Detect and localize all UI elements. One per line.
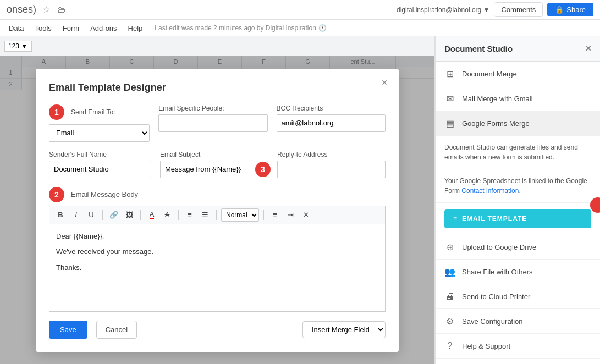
indent-button[interactable]: ⇥ [284,208,297,222]
upload-icon: ⊕ [444,241,455,252]
contact-info-link[interactable]: Contact information. [461,187,520,195]
link-button[interactable]: 🔗 [107,208,120,222]
panel-menu-label-1: Mail Merge with Gmail [462,95,533,103]
share-button[interactable]: 🔒 Share [547,3,593,16]
panel-desc-2: Your Google Spreadsheet is linked to the… [436,169,600,203]
strikethrough-button[interactable]: A [161,208,174,222]
form-row-2: Sender's Full Name Document Studio Email… [49,151,386,178]
body-label-row: 2 Email Message Body [49,187,386,202]
clock-icon: 🕐 [318,24,327,32]
body-line-1: Dear {{Name}}, [56,231,378,242]
body-line-3: Thanks. [56,262,378,274]
gear-icon: ⚙ [444,316,455,327]
email-template-modal: × Email Template Designer 1 Send Email T… [36,69,399,352]
panel-title: Document Studio [444,44,513,53]
save-button[interactable]: Save [49,321,87,339]
sheet-left: 123 ▼ A B C D E F G ent Stu... 1 [0,36,435,364]
menu-tools[interactable]: Tools [30,22,56,35]
image-button[interactable]: 🖼 [123,208,136,222]
send-email-to-select[interactable]: Email CC BCC Custom [49,124,150,142]
form-icon: ▤ [444,118,455,129]
email-subject-group: Email Subject Message from {{Name}} 3 [160,151,268,178]
bcc-input[interactable]: amit@labnol.org [277,114,386,132]
align-left-button[interactable]: ≡ [268,208,282,222]
panel-close-button[interactable]: × [585,43,591,54]
folder-icon[interactable]: 🗁 [56,4,67,15]
email-lines-icon: ≡ [453,215,458,223]
reply-to-group: Reply-to Address [277,151,386,178]
panel-action-label-0: Upload to Google Drive [462,243,536,251]
lock-icon: 🔒 [555,5,564,14]
editor-toolbar: B I U 🔗 🖼 A A ≡ ☰ Normal [49,206,386,224]
email-subject-input[interactable]: Message from {{Name}} [160,161,268,178]
app-title: onses) [7,4,36,15]
cancel-button[interactable]: Cancel [96,321,137,339]
modal-close-button[interactable]: × [377,75,392,91]
top-bar-left: onses) ☆ 🗁 [7,4,67,15]
bold-button[interactable]: B [54,208,67,222]
email-specific-input[interactable] [158,114,267,132]
step-3-badge: 3 [255,162,271,177]
panel-menu-label-2: Google Forms Merge [462,119,530,128]
font-color-button[interactable]: A [145,208,158,222]
cell-ref[interactable]: 123 ▼ [4,41,32,52]
italic-button[interactable]: I [69,208,82,222]
style-select[interactable]: Normal [221,208,259,222]
last-edit: Last edit was made 2 minutes ago by Digi… [155,24,327,32]
email-specific-group: Email Specific People: [158,104,267,142]
sep-2 [140,210,141,220]
sep-5 [263,210,264,220]
editor-body[interactable]: Dear {{Name}}, We've received your messa… [49,224,386,312]
ordered-list-button[interactable]: ≡ [183,208,196,222]
sender-name-group: Sender's Full Name Document Studio [49,151,151,178]
sender-name-input[interactable]: Document Studio [49,161,151,178]
underline-button[interactable]: U [85,208,98,222]
panel-action-label-4: Help & Support [462,342,510,350]
modal-actions: Save Cancel [49,321,137,339]
panel-menu-document-merge[interactable]: ⊞ Document Merge [436,62,600,86]
panel-menu-mail-merge[interactable]: ✉ Mail Merge with Gmail [436,86,600,111]
email-template-button[interactable]: ≡ EMAIL TEMPLATE [444,209,591,228]
panel-action-save-config[interactable]: ⚙ Save Configuration [436,309,600,334]
bcc-label: BCC Recipients [277,104,386,112]
spreadsheet-area: 123 ▼ A B C D E F G ent Stu... 1 [0,36,600,364]
side-panel: Document Studio × ⊞ Document Merge ✉ Mai… [435,36,600,364]
menu-addons[interactable]: Add-ons [86,22,121,35]
clear-format-button[interactable]: ✕ [299,208,312,222]
panel-action-print[interactable]: 🖨 Send to Cloud Printer [436,284,600,309]
email-template-btn-wrapper: ≡ EMAIL TEMPLATE [436,203,600,235]
panel-action-label-1: Share File with Others [462,268,533,276]
sep-3 [178,210,179,220]
body-label: Email Message Body [71,190,138,198]
menu-form[interactable]: Form [58,22,84,35]
sender-name-label: Sender's Full Name [49,151,151,158]
top-bar: onses) ☆ 🗁 digital.inspiration@labnol.or… [0,0,600,20]
panel-desc-1: Document Studio can generate files and s… [436,136,600,169]
panel-action-help[interactable]: ? Help & Support [436,334,600,359]
panel-menu-label-0: Document Merge [462,70,517,78]
merge-field-select[interactable]: Insert Merge Field [302,321,386,338]
panel-action-label-2: Send to Cloud Printer [462,293,530,301]
modal-title: Email Template Designer [49,82,386,93]
mail-icon: ✉ [444,93,455,104]
panel-action-upload[interactable]: ⊕ Upload to Google Drive [436,235,600,260]
panel-menu-forms-merge[interactable]: ▤ Google Forms Merge [436,111,600,136]
star-icon[interactable]: ☆ [41,4,52,15]
unordered-list-button[interactable]: ☰ [199,208,212,222]
bcc-group: BCC Recipients amit@labnol.org [277,104,386,142]
sep-1 [102,210,103,220]
user-email: digital.inspiration@labnol.org ▼ [397,6,489,14]
sep-4 [216,210,217,220]
comments-button[interactable]: Comments [494,2,543,17]
menu-data[interactable]: Data [4,22,28,35]
print-icon: 🖨 [444,291,455,302]
reply-to-input[interactable] [277,161,386,178]
reply-to-label: Reply-to Address [277,151,386,158]
panel-action-label-3: Save Configuration [462,317,523,326]
share-icon: 👥 [444,266,455,277]
modal-footer: Save Cancel Insert Merge Field [49,321,386,339]
email-subject-label: Email Subject [160,151,268,158]
help-icon: ? [444,340,455,351]
menu-help[interactable]: Help [124,22,147,35]
panel-action-share[interactable]: 👥 Share File with Others [436,260,600,284]
